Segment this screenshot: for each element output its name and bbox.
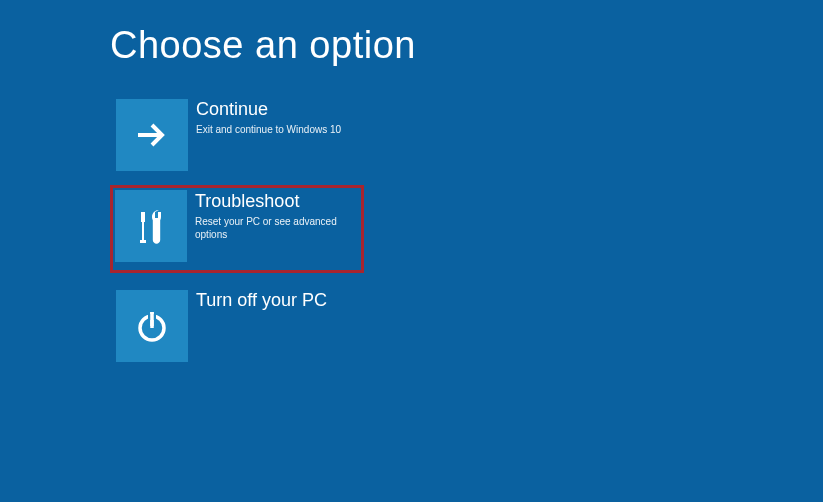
continue-title: Continue xyxy=(196,99,361,121)
troubleshoot-option[interactable]: Troubleshoot Reset your PC or see advanc… xyxy=(110,185,364,273)
troubleshoot-subtitle: Reset your PC or see advanced options xyxy=(195,215,361,241)
continue-text: Continue Exit and continue to Windows 10 xyxy=(188,96,361,136)
arrow-right-icon xyxy=(116,99,188,171)
options-list: Continue Exit and continue to Windows 10 xyxy=(110,93,713,365)
svg-rect-1 xyxy=(142,222,144,242)
turnoff-title: Turn off your PC xyxy=(196,290,361,312)
svg-rect-0 xyxy=(141,212,145,222)
troubleshoot-title: Troubleshoot xyxy=(195,191,361,213)
power-icon xyxy=(116,290,188,362)
continue-subtitle: Exit and continue to Windows 10 xyxy=(196,123,361,136)
turnoff-option[interactable]: Turn off your PC xyxy=(110,284,364,365)
troubleshoot-text: Troubleshoot Reset your PC or see advanc… xyxy=(187,188,361,241)
turnoff-text: Turn off your PC xyxy=(188,287,361,314)
page-title: Choose an option xyxy=(110,24,713,67)
svg-rect-2 xyxy=(140,240,146,243)
recovery-menu: Choose an option Continue Exit and conti… xyxy=(0,0,823,389)
continue-option[interactable]: Continue Exit and continue to Windows 10 xyxy=(110,93,364,174)
tools-icon xyxy=(115,190,187,262)
